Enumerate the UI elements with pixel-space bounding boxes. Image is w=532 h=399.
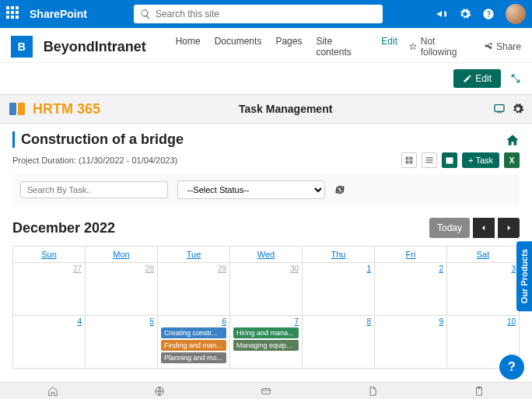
help-bubble[interactable]: ? <box>499 355 524 380</box>
site-name: BeyondIntranet <box>44 39 146 55</box>
day-header[interactable]: Thu <box>303 247 375 263</box>
calendar-grid: Sun Mon Tue Wed Thu Fri Sat 27 28 29 30 … <box>12 246 520 369</box>
day-header[interactable]: Mon <box>86 247 158 263</box>
megaphone-icon[interactable] <box>436 8 448 20</box>
refresh-icon[interactable] <box>334 184 345 195</box>
duration-value: (11/30/2022 - 01/04/2023) <box>79 156 177 165</box>
calendar-cell[interactable]: 6 Creating constr... Finding and man... … <box>158 316 230 369</box>
suite-search[interactable] <box>134 5 383 23</box>
app-launcher-icon[interactable] <box>6 6 22 22</box>
day-header[interactable]: Sun <box>13 247 86 263</box>
calendar-cell[interactable]: 4 <box>13 316 86 369</box>
nav-edit[interactable]: Edit <box>381 36 397 58</box>
svg-rect-11 <box>446 158 453 159</box>
search-input[interactable] <box>156 9 376 19</box>
export-excel-button[interactable]: X <box>504 152 520 168</box>
task-search-input[interactable] <box>20 181 168 198</box>
home-nav-icon[interactable] <box>47 386 58 397</box>
share-button[interactable]: Share <box>484 41 521 52</box>
calendar-cell[interactable]: 8 <box>303 316 375 369</box>
expand-icon[interactable] <box>510 73 521 84</box>
svg-rect-3 <box>406 157 409 160</box>
calendar-cell[interactable]: 7 Hiring and mana... Managing equipm... <box>230 316 303 369</box>
view-list-icon[interactable] <box>422 152 437 168</box>
clipboard-nav-icon[interactable] <box>474 386 485 397</box>
calendar-cell[interactable]: 2 <box>375 263 447 316</box>
day-header[interactable]: Sat <box>447 247 520 263</box>
user-avatar[interactable] <box>506 4 526 24</box>
duration-label: Project Duration: <box>12 156 76 165</box>
help-icon[interactable] <box>482 8 495 20</box>
calendar-cell[interactable]: 9 <box>375 316 447 369</box>
share-icon <box>484 42 493 51</box>
day-header[interactable]: Tue <box>158 247 230 263</box>
svg-rect-13 <box>262 388 271 394</box>
file-nav-icon[interactable] <box>367 386 378 397</box>
nav-site-contents[interactable]: Site contents <box>316 36 367 58</box>
site-nav: Home Documents Pages Site contents Edit <box>176 36 397 58</box>
bottom-nav <box>0 382 532 399</box>
globe-nav-icon[interactable] <box>154 386 165 397</box>
svg-rect-0 <box>9 103 16 115</box>
event-item[interactable]: Planning and mo... <box>161 352 226 363</box>
svg-rect-9 <box>426 162 433 163</box>
next-month-button[interactable] <box>498 218 520 238</box>
svg-rect-2 <box>495 105 504 112</box>
prev-month-button[interactable] <box>473 218 495 238</box>
calendar-month: December 2022 <box>12 220 115 236</box>
calendar-cell[interactable]: 3 <box>447 263 520 316</box>
card-nav-icon[interactable] <box>261 386 271 397</box>
calendar-cell[interactable]: 5 <box>86 316 158 369</box>
follow-toggle[interactable]: Not following <box>408 36 473 58</box>
nav-documents[interactable]: Documents <box>215 36 262 58</box>
calendar-cell[interactable]: 29 <box>158 263 230 316</box>
svg-rect-5 <box>406 161 409 164</box>
calendar-cell[interactable]: 28 <box>86 263 158 316</box>
star-icon <box>408 42 418 51</box>
pencil-icon <box>463 74 472 83</box>
view-card-icon[interactable] <box>401 152 417 168</box>
settings-icon[interactable] <box>512 103 524 115</box>
day-header[interactable]: Fri <box>375 247 447 263</box>
app-name: HRTM 365 <box>33 101 100 117</box>
svg-rect-6 <box>410 161 413 164</box>
svg-rect-8 <box>426 159 433 161</box>
svg-rect-7 <box>426 157 433 159</box>
page-edit-button[interactable]: Edit <box>453 69 501 88</box>
event-item[interactable]: Finding and man... <box>161 340 226 351</box>
feedback-icon[interactable] <box>493 103 506 115</box>
today-button[interactable]: Today <box>429 218 470 238</box>
gear-icon[interactable] <box>459 8 471 20</box>
nav-home[interactable]: Home <box>176 36 201 58</box>
day-header[interactable]: Wed <box>230 247 303 263</box>
our-products-tab[interactable]: Our Products <box>516 241 532 311</box>
app-logo-icon <box>8 100 26 118</box>
home-icon[interactable] <box>506 133 520 147</box>
project-title: Construction of a bridge <box>12 131 184 148</box>
event-item[interactable]: Hiring and mana... <box>233 327 299 338</box>
calendar-cell[interactable]: 30 <box>230 263 303 316</box>
svg-rect-4 <box>410 157 413 160</box>
view-calendar-icon[interactable] <box>442 152 457 168</box>
site-logo[interactable]: B <box>11 36 33 58</box>
event-item[interactable]: Managing equipm... <box>233 340 299 351</box>
calendar-cell[interactable]: 27 <box>13 263 86 316</box>
add-task-button[interactable]: + Task <box>462 152 499 168</box>
search-icon <box>140 9 151 19</box>
calendar-cell[interactable]: 1 <box>303 263 375 316</box>
nav-pages[interactable]: Pages <box>275 36 302 58</box>
app-title: Task Management <box>239 103 332 115</box>
status-select[interactable]: --Select Status-- <box>177 180 325 199</box>
svg-rect-1 <box>18 103 25 115</box>
suite-brand: SharePoint <box>30 8 87 20</box>
event-item[interactable]: Creating constr... <box>161 327 226 338</box>
